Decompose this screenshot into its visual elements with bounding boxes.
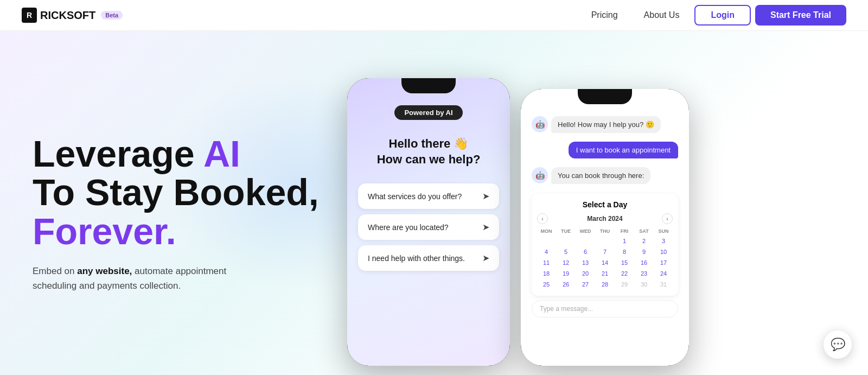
cal-day-9[interactable]: 9 [635,247,653,257]
cal-next-btn[interactable]: › [662,213,673,224]
chat-row-bot-reply: 🤖 You can book through here: [532,167,678,189]
cal-day-13[interactable]: 13 [576,258,595,268]
cal-day-10[interactable]: 10 [654,247,673,257]
chat-option-1[interactable]: What services do you offer? ➤ [358,183,499,209]
phone1-notch [401,78,456,93]
hero-forever: Forever. [33,211,176,252]
brand-name: RICKSOFT [40,9,95,22]
cal-day-24[interactable]: 24 [654,269,673,278]
navbar-right: Pricing About Us Login Start Free Trial [580,5,846,26]
logo[interactable]: R RICKSOFT [22,8,95,23]
cal-day-17[interactable]: 17 [654,258,673,268]
subtitle-bold: any website, [77,266,132,276]
cal-day-1[interactable]: 1 [615,236,634,246]
cal-day-3[interactable]: 3 [654,236,673,246]
cal-day-19[interactable]: 19 [557,269,575,278]
login-button[interactable]: Login [694,5,751,26]
cal-day-14[interactable]: 14 [596,258,614,268]
type-message-input[interactable]: Type a message... [532,300,678,317]
cal-day-27[interactable]: 27 [576,279,595,289]
chat-option-3[interactable]: I need help with other things. ➤ [358,245,499,271]
cal-empty-1 [537,236,556,246]
bot-bubble-greeting: Hello! How may I help you? 🙂 [551,116,661,133]
cal-day-4[interactable]: 4 [537,247,556,257]
cal-day-22[interactable]: 22 [615,269,634,278]
calendar-grid: MON TUE WED THU FRI SAT SUN [537,227,673,289]
cal-header-sun: SUN [654,227,673,235]
navbar: R RICKSOFT Beta Pricing About Us Login S… [0,0,868,31]
option1-text: What services do you offer? [368,192,462,201]
about-link[interactable]: About Us [633,6,691,24]
hero-line2: To Stay Booked, [33,171,319,213]
chat-area: 🤖 Hello! How may I help you? 🙂 I want to… [532,116,678,317]
chat-option-2[interactable]: Where are you located? ➤ [358,214,499,240]
phones-container: Powered by AI Hello there 👋How can we he… [347,62,835,366]
cal-day-8[interactable]: 8 [615,247,634,257]
cal-day-30: 30 [635,279,653,289]
cal-day-16[interactable]: 16 [635,258,653,268]
cal-day-29: 29 [615,279,634,289]
hero-section: Leverage AI To Stay Booked, Forever. Emb… [0,31,868,375]
cal-day-18[interactable]: 18 [537,269,556,278]
cal-empty-3 [576,236,595,246]
bot-avatar-1: 🤖 [532,116,548,132]
cal-day-31: 31 [654,279,673,289]
cal-day-25[interactable]: 25 [537,279,556,289]
hero-title: Leverage AI To Stay Booked, Forever. [33,135,326,251]
cal-day-15[interactable]: 15 [615,258,634,268]
cal-day-21[interactable]: 21 [596,269,614,278]
beta-badge: Beta [101,11,123,20]
chat-row-bot-greeting: 🤖 Hello! How may I help you? 🙂 [532,116,678,137]
calendar-widget: Select a Day ‹ March 2024 › MON TUE WED … [532,194,678,296]
hero-line1: Leverage [33,133,203,174]
cal-header-tue: TUE [557,227,575,235]
option3-text: I need help with other things. [368,254,465,263]
cal-header-fri: FRI [615,227,634,235]
cal-day-28[interactable]: 28 [596,279,614,289]
cal-prev-btn[interactable]: ‹ [537,213,548,224]
pricing-link[interactable]: Pricing [580,6,629,24]
subtitle-prefix: Embed on [33,266,77,276]
option2-text: Where are you located? [368,223,449,232]
calendar-title: Select a Day [537,200,673,209]
send-icon-2: ➤ [482,222,489,232]
cal-day-6[interactable]: 6 [576,247,595,257]
calendar-header: ‹ March 2024 › [537,213,673,224]
cal-day-7[interactable]: 7 [596,247,614,257]
cal-day-20[interactable]: 20 [576,269,595,278]
hero-ai: AI [203,133,240,174]
phone-2: 🤖 Hello! How may I help you? 🙂 I want to… [521,89,689,366]
cal-day-2[interactable]: 2 [635,236,653,246]
bot-bubble-reply: You can book through here: [551,167,650,184]
logo-icon: R [22,8,37,23]
user-bubble: I want to book an appointment [569,142,678,158]
navbar-left: R RICKSOFT Beta [22,8,123,23]
phone1-screen: Powered by AI Hello there 👋How can we he… [347,78,510,366]
cal-month-label: March 2024 [587,215,622,223]
phone-1: Powered by AI Hello there 👋How can we he… [347,78,510,366]
ai-badge: Powered by AI [394,105,462,120]
cal-day-12[interactable]: 12 [557,258,575,268]
phone2-screen: 🤖 Hello! How may I help you? 🙂 I want to… [521,89,689,366]
cal-day-11[interactable]: 11 [537,258,556,268]
hero-copy: Leverage AI To Stay Booked, Forever. Emb… [33,135,347,294]
chat-row-user-msg: I want to book an appointment [532,142,678,163]
cal-empty-2 [557,236,575,246]
phone2-notch [578,89,632,104]
bot-avatar-2: 🤖 [532,167,548,183]
cal-header-sat: SAT [635,227,653,235]
send-icon-3: ➤ [482,253,489,263]
cal-empty-4 [596,236,614,246]
send-icon-1: ➤ [482,191,489,201]
cta-button[interactable]: Start Free Trial [755,5,846,26]
cal-day-5[interactable]: 5 [557,247,575,257]
phone1-greeting: Hello there 👋How can we help? [377,136,481,167]
cal-day-26[interactable]: 26 [557,279,575,289]
cal-header-wed: WED [576,227,595,235]
cal-header-thu: THU [596,227,614,235]
cal-day-23[interactable]: 23 [635,269,653,278]
hero-subtitle: Embed on any website, automate appointme… [33,264,239,293]
cal-header-mon: MON [537,227,556,235]
